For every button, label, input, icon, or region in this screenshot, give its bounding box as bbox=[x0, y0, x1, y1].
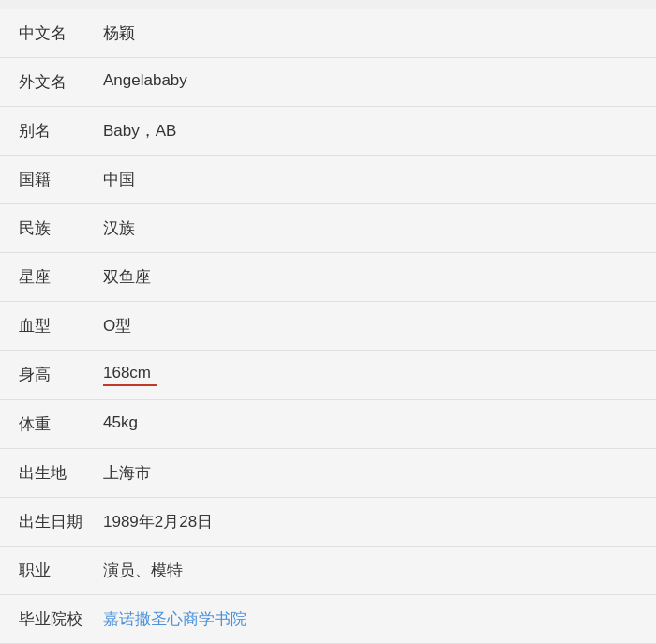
field-value: O型 bbox=[103, 317, 131, 335]
field-value: 演员、模特 bbox=[103, 562, 183, 579]
field-value: 双鱼座 bbox=[103, 268, 151, 286]
field-value: 中国 bbox=[103, 171, 135, 188]
field-value-wrapper: 双鱼座 bbox=[103, 266, 637, 288]
info-row: 中文名杨颖 bbox=[0, 9, 656, 58]
field-value: 45kg bbox=[103, 413, 138, 431]
field-value-wrapper: 汉族 bbox=[103, 217, 637, 239]
field-value-wrapper: 1989年2月28日 bbox=[103, 511, 637, 532]
info-row: 体重45kg bbox=[0, 400, 656, 449]
field-value: 1989年2月28日 bbox=[103, 513, 213, 531]
field-value: 杨颖 bbox=[103, 24, 135, 42]
field-label: 体重 bbox=[19, 413, 103, 435]
field-label: 外文名 bbox=[19, 71, 103, 93]
field-label: 职业 bbox=[19, 560, 103, 581]
field-value-wrapper: 嘉诺撒圣心商学书院 bbox=[103, 608, 637, 630]
field-label: 血型 bbox=[19, 315, 103, 337]
field-value-wrapper: Baby，AB bbox=[103, 120, 637, 142]
info-row: 星座双鱼座 bbox=[0, 253, 656, 302]
field-value-wrapper: Angelababy bbox=[103, 71, 637, 90]
info-row: 国籍中国 bbox=[0, 156, 656, 204]
red-underline bbox=[103, 384, 157, 386]
info-row: 出生地上海市 bbox=[0, 449, 656, 498]
field-value[interactable]: 嘉诺撒圣心商学书院 bbox=[103, 610, 246, 628]
field-value: 168cm bbox=[103, 364, 151, 382]
field-value-wrapper: 168cm bbox=[103, 364, 637, 386]
info-row: 出生日期1989年2月28日 bbox=[0, 498, 656, 547]
field-value-wrapper: 45kg bbox=[103, 413, 637, 432]
field-value: 上海市 bbox=[103, 464, 151, 482]
field-value-wrapper: 演员、模特 bbox=[103, 560, 637, 581]
info-row[interactable]: 毕业院校嘉诺撒圣心商学书院 bbox=[0, 595, 656, 644]
info-row: 外文名Angelababy bbox=[0, 58, 656, 107]
field-value: Angelababy bbox=[103, 71, 187, 89]
field-label: 国籍 bbox=[19, 169, 103, 190]
field-label: 出生日期 bbox=[19, 511, 103, 532]
info-container: 中文名杨颖外文名Angelababy别名Baby，AB国籍中国民族汉族星座双鱼座… bbox=[0, 0, 656, 644]
field-value-wrapper: O型 bbox=[103, 315, 637, 337]
field-label: 身高 bbox=[19, 364, 103, 385]
info-row: 别名Baby，AB bbox=[0, 107, 656, 156]
info-row: 职业演员、模特 bbox=[0, 547, 656, 595]
field-value-wrapper: 杨颖 bbox=[103, 22, 637, 44]
info-row: 民族汉族 bbox=[0, 204, 656, 253]
field-label: 出生地 bbox=[19, 462, 103, 484]
field-label: 星座 bbox=[19, 266, 103, 288]
field-label: 民族 bbox=[19, 217, 103, 239]
info-row: 血型O型 bbox=[0, 302, 656, 351]
field-value: 汉族 bbox=[103, 219, 135, 237]
field-value-wrapper: 上海市 bbox=[103, 462, 637, 484]
field-label: 中文名 bbox=[19, 22, 103, 44]
field-value: Baby，AB bbox=[103, 122, 176, 140]
field-label: 别名 bbox=[19, 120, 103, 142]
field-value-wrapper: 中国 bbox=[103, 169, 637, 190]
field-label: 毕业院校 bbox=[19, 608, 103, 630]
info-row: 身高168cm bbox=[0, 351, 656, 400]
